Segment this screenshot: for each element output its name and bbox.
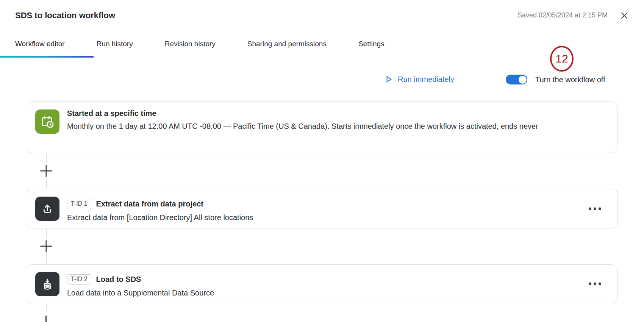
tab-settings[interactable]: Settings xyxy=(358,40,385,48)
connector-line xyxy=(46,229,47,239)
close-icon[interactable] xyxy=(619,10,630,21)
task-id-badge: T-ID 2 xyxy=(67,274,91,284)
task-card-extract-data[interactable]: T-ID 1 Extract data from data project Ex… xyxy=(26,189,617,228)
trigger-title: Started at a specific time xyxy=(67,108,602,119)
add-task-plus-icon[interactable] xyxy=(39,164,53,178)
task-description: Extract data from [Location Directory] A… xyxy=(67,212,602,223)
task-title: Load to SDS xyxy=(96,275,141,284)
connector-line xyxy=(46,153,47,163)
connector-line xyxy=(46,254,47,264)
more-options-icon[interactable] xyxy=(588,280,602,288)
annotation-circle-12: 12 xyxy=(550,46,574,72)
task-id-badge: T-ID 1 xyxy=(67,199,91,209)
run-immediately-button[interactable]: Run immediately xyxy=(384,70,454,88)
task-title: Extract data from data project xyxy=(96,200,203,208)
tab-workflow-editor[interactable]: Workflow editor xyxy=(15,40,65,48)
active-tab-indicator xyxy=(0,56,94,58)
modal-header: SDS to location workflow Saved 02/05/202… xyxy=(14,0,630,31)
database-load-icon xyxy=(35,272,59,296)
trigger-description: Monthly on the 1 day at 12:00 AM UTC -08… xyxy=(67,120,602,133)
toggle-label: Turn the workflow off xyxy=(535,75,605,84)
add-task-plus-icon-partial[interactable] xyxy=(45,316,47,322)
trigger-card[interactable]: Started at a specific time Monthly on th… xyxy=(26,102,617,153)
saved-timestamp: Saved 02/05/2024 at 2:15 PM xyxy=(517,11,608,19)
play-icon xyxy=(384,75,393,84)
task-description: Load data into a Supplemental Data Sourc… xyxy=(67,287,602,299)
page-title: SDS to location workflow xyxy=(14,11,115,20)
tab-revision-history[interactable]: Revision history xyxy=(165,40,216,48)
upload-icon xyxy=(35,197,59,221)
toggle-knob xyxy=(519,76,527,84)
more-options-icon[interactable] xyxy=(588,205,602,212)
connector-line xyxy=(46,179,47,188)
add-task-plus-icon[interactable] xyxy=(39,239,53,253)
tab-run-history[interactable]: Run history xyxy=(97,40,133,48)
tab-bar: Workflow editor Run history Revision his… xyxy=(0,31,644,57)
calendar-clock-icon xyxy=(35,109,59,134)
run-immediately-label: Run immediately xyxy=(398,75,454,84)
tab-sharing-and-permissions[interactable]: Sharing and permissions xyxy=(247,40,327,48)
workflow-toggle[interactable] xyxy=(506,75,527,84)
connector-line xyxy=(46,303,47,311)
toolbar-divider xyxy=(490,70,490,88)
task-card-load-to-sds[interactable]: T-ID 2 Load to SDS Load data into a Supp… xyxy=(26,264,617,303)
